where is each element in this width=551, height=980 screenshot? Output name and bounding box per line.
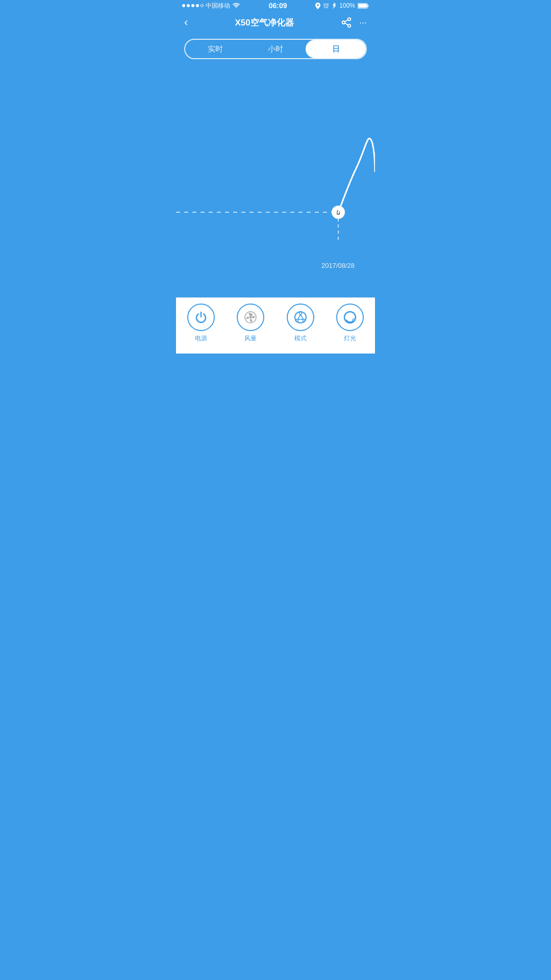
tab-day[interactable]: 日	[306, 40, 366, 58]
dot1	[182, 4, 185, 7]
dot5	[201, 4, 204, 7]
chart-svg: 8	[176, 95, 375, 248]
svg-point-21	[353, 319, 355, 321]
alarm-icon	[323, 3, 329, 9]
bottom-nav: 电源 风量	[176, 297, 375, 354]
location-icon	[315, 3, 320, 9]
svg-line-9	[345, 23, 348, 25]
power-icon	[194, 310, 208, 324]
nav-label-fan: 风量	[244, 334, 257, 343]
svg-rect-3	[367, 5, 368, 7]
light-icon	[343, 310, 357, 324]
tab-realtime[interactable]: 实时	[185, 40, 245, 58]
status-left: 中国移动	[182, 2, 240, 10]
fan-icon-circle	[237, 304, 264, 331]
dot2	[187, 4, 190, 7]
nav-item-fan[interactable]: 风量	[237, 304, 264, 343]
light-icon-circle	[336, 304, 364, 331]
chart-area: 8 2017/08/28	[176, 64, 375, 279]
share-icon[interactable]	[341, 17, 352, 28]
mode-icon-circle	[287, 304, 314, 331]
dot3	[191, 4, 194, 7]
page-title: X50空气净化器	[235, 17, 294, 29]
svg-point-5	[348, 18, 351, 21]
nav-item-power[interactable]: 电源	[187, 304, 215, 343]
tab-container: 实时 小时 日	[176, 34, 375, 64]
dot4	[196, 4, 199, 7]
signal-dots	[182, 4, 204, 7]
svg-point-6	[342, 21, 345, 24]
tab-hour[interactable]: 小时	[245, 40, 306, 58]
svg-point-0	[317, 4, 319, 6]
back-button[interactable]: ‹	[184, 16, 188, 29]
more-button[interactable]: ···	[359, 17, 367, 28]
power-icon-circle	[187, 304, 215, 331]
battery-label: 100%	[339, 2, 355, 9]
nav-item-mode[interactable]: 模式	[287, 304, 314, 343]
nav-label-mode: 模式	[294, 334, 307, 343]
page-header: ‹ X50空气净化器 ···	[176, 11, 375, 34]
nav-label-power: 电源	[195, 334, 207, 343]
svg-point-15	[249, 316, 252, 318]
status-right: 100%	[315, 2, 369, 9]
svg-point-7	[348, 24, 351, 27]
fan-icon	[243, 310, 258, 324]
tab-selector: 实时 小时 日	[184, 39, 367, 59]
header-actions: ···	[341, 17, 367, 28]
nav-item-light[interactable]: 灯光	[336, 304, 364, 343]
chart-date-label: 2017/08/28	[321, 262, 355, 269]
svg-line-8	[345, 20, 348, 22]
status-time: 06:09	[269, 2, 287, 10]
bluetooth-icon	[332, 3, 337, 9]
nav-label-light: 灯光	[344, 334, 356, 343]
svg-rect-4	[358, 4, 367, 7]
battery-icon	[358, 3, 369, 9]
carrier-label: 中国移动	[206, 2, 230, 10]
wifi-icon	[232, 3, 240, 9]
status-bar: 中国移动 06:09 100%	[176, 0, 375, 11]
mode-icon	[293, 310, 308, 324]
